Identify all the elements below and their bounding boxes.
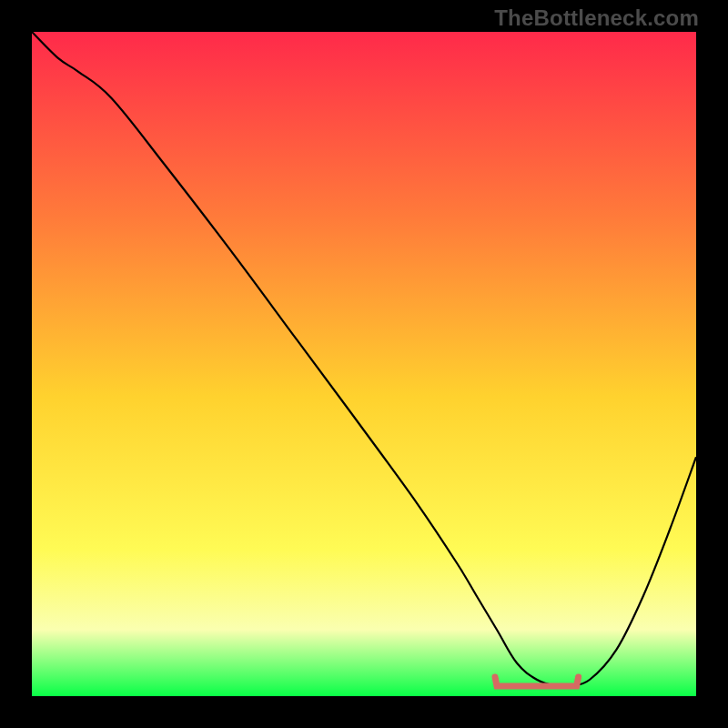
chart-svg	[32, 32, 696, 696]
watermark-text: TheBottleneck.com	[494, 5, 699, 31]
chart-frame: TheBottleneck.com	[0, 0, 728, 728]
plot-area	[32, 32, 696, 696]
gradient-background	[32, 32, 696, 696]
